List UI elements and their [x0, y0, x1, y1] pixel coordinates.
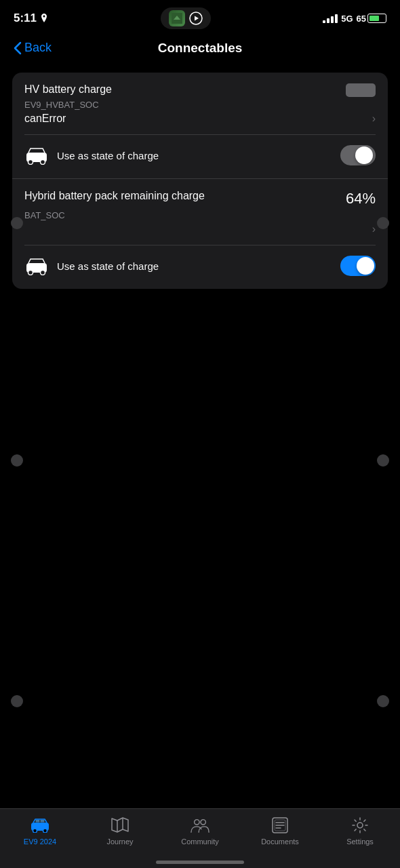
tab-journey-icon: [111, 816, 129, 835]
dot-right-2: [377, 454, 389, 467]
back-button[interactable]: Back: [14, 41, 52, 55]
hybrid-car-icon: [25, 256, 48, 275]
settings-gear-icon: [351, 816, 369, 834]
battery-fill: [369, 16, 379, 21]
hv-battery-subtitle: EV9_HVBAT_SOC: [24, 100, 376, 110]
tab-settings-label: Settings: [346, 837, 374, 846]
tab-journey-label: Journey: [106, 837, 133, 846]
tab-ev9-icon: [31, 816, 49, 835]
car-icon: [25, 146, 48, 165]
svg-rect-15: [36, 820, 40, 823]
tab-bar: EV9 2024 Journey Community: [0, 808, 400, 868]
main-content: HV battery charge EV9_HVBAT_SOC canError…: [0, 66, 400, 296]
hybrid-battery-title: Hybrid battery pack remaining charge: [24, 190, 205, 202]
page-title: Connectables: [158, 41, 243, 56]
hv-battery-toggle-left: Use as state of charge: [24, 143, 159, 167]
hybrid-battery-value: 64%: [346, 190, 376, 208]
signal-bar-4: [335, 14, 338, 23]
status-center: [161, 7, 211, 29]
tab-community-icon: [191, 816, 209, 835]
hv-battery-status[interactable]: canError ›: [24, 113, 376, 125]
app-pill: [161, 7, 211, 29]
svg-point-20: [201, 820, 205, 825]
svg-rect-5: [31, 150, 36, 153]
svg-rect-11: [37, 260, 42, 263]
location-icon: [39, 14, 49, 23]
svg-point-3: [28, 160, 33, 165]
dot-right-3: [377, 695, 389, 707]
hybrid-battery-toggle-knob: [357, 257, 374, 275]
battery-body: [367, 14, 386, 23]
dot-right-1: [377, 217, 389, 229]
play-circle-icon: [189, 12, 203, 25]
hybrid-battery-chevron-icon: ›: [372, 223, 376, 235]
hybrid-battery-toggle[interactable]: [340, 256, 376, 276]
svg-point-13: [33, 829, 37, 833]
tab-settings-icon: [351, 816, 369, 835]
hv-battery-toggle[interactable]: [340, 145, 376, 165]
tab-documents-label: Documents: [261, 837, 299, 846]
status-bar: 5:11 5G 65: [0, 0, 400, 34]
svg-point-26: [357, 823, 363, 828]
hv-battery-value-indicator: [346, 83, 376, 97]
tab-settings[interactable]: Settings: [336, 816, 384, 846]
hv-battery-toggle-knob: [355, 146, 373, 164]
app-thumbnail: [172, 13, 182, 24]
hybrid-battery-subtitle: BAT_SOC: [24, 210, 376, 220]
home-indicator: [156, 861, 244, 864]
hybrid-battery-toggle-left: Use as state of charge: [24, 254, 159, 278]
svg-rect-10: [31, 260, 36, 263]
community-people-icon: [191, 816, 209, 834]
navigation-bar: Back Connectables: [0, 34, 400, 66]
status-right: 5G 65: [323, 14, 386, 24]
hybrid-battery-toggle-row: Use as state of charge: [24, 245, 376, 278]
svg-point-4: [41, 160, 45, 165]
svg-rect-16: [41, 820, 45, 823]
tab-documents-icon: [271, 816, 289, 835]
hv-battery-section: HV battery charge EV9_HVBAT_SOC canError…: [12, 73, 388, 178]
signal-bar-2: [327, 18, 329, 23]
hv-battery-title: HV battery charge: [24, 83, 112, 96]
network-type: 5G: [341, 14, 353, 24]
tab-community-label: Community: [181, 837, 219, 846]
dot-left-2: [11, 454, 23, 467]
dot-left-3: [11, 695, 23, 707]
tab-community[interactable]: Community: [176, 816, 224, 846]
hv-toggle-label: Use as state of charge: [57, 150, 159, 161]
can-error-label: canError: [24, 113, 66, 125]
hv-battery-chevron-icon: ›: [372, 113, 376, 125]
hv-battery-header: HV battery charge: [24, 83, 376, 97]
car-icon-wrapper: [24, 143, 49, 167]
svg-point-19: [195, 820, 199, 825]
hybrid-battery-section: Hybrid battery pack remaining charge 64%…: [12, 178, 388, 289]
svg-rect-6: [37, 150, 42, 153]
signal-bars: [323, 14, 338, 23]
battery-level: 65: [357, 14, 366, 24]
hv-battery-toggle-row: Use as state of charge: [24, 134, 376, 167]
back-chevron-icon: [14, 41, 22, 55]
documents-icon: [271, 816, 289, 834]
tab-documents[interactable]: Documents: [256, 816, 304, 846]
hybrid-toggle-label: Use as state of charge: [57, 260, 159, 272]
connectables-card: HV battery charge EV9_HVBAT_SOC canError…: [12, 73, 388, 289]
back-label: Back: [24, 41, 52, 55]
signal-bar-1: [323, 20, 325, 23]
hybrid-car-icon-wrapper: [24, 254, 49, 278]
svg-point-14: [43, 829, 47, 833]
signal-bar-3: [331, 16, 334, 23]
ev9-car-icon: [31, 818, 49, 833]
battery-icon: 65: [357, 14, 386, 24]
tab-ev9-label: EV9 2024: [24, 837, 56, 846]
tab-journey[interactable]: Journey: [96, 816, 144, 846]
tab-ev9[interactable]: EV9 2024: [16, 816, 64, 846]
hybrid-battery-header: Hybrid battery pack remaining charge 64%: [24, 190, 376, 208]
journey-map-icon: [111, 816, 129, 834]
svg-point-9: [41, 271, 45, 275]
app-icon: [169, 10, 185, 26]
dot-left-1: [11, 217, 23, 229]
svg-point-8: [28, 271, 33, 275]
status-time: 5:11: [14, 12, 49, 25]
